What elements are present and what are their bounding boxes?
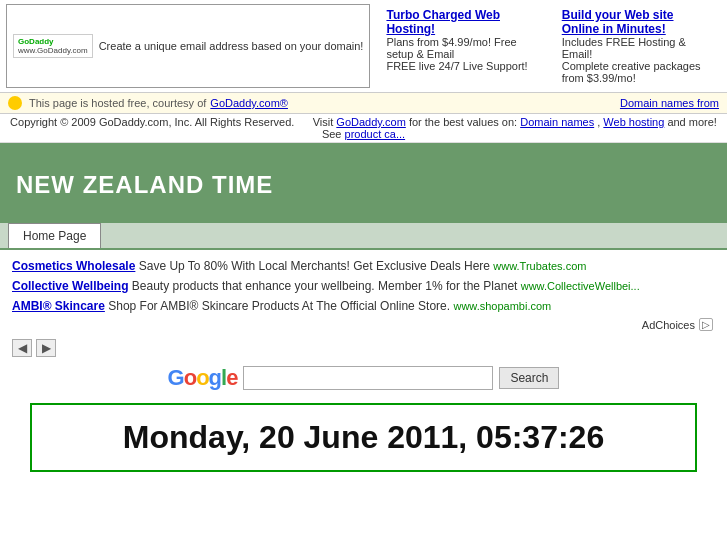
banner-middle-line1: Plans from $4.99/mo! Free setup & Email (386, 36, 529, 60)
site-header: NEW ZEALAND TIME (0, 143, 727, 223)
ads-section: Cosmetics Wholesale Save Up To 80% With … (12, 258, 715, 331)
adchoices-icon: ▷ (699, 318, 713, 331)
ad-url-2: www.shopambi.com (453, 300, 551, 312)
godaddy-link[interactable]: GoDaddy.com® (210, 97, 288, 109)
time-display: Monday, 20 June 2011, 05:37:26 (30, 403, 698, 472)
ad-desc-1: Beauty products that enhance your wellbe… (132, 279, 521, 293)
nav-forward-button[interactable]: ▶ (36, 339, 56, 357)
visit-middle-text: for the best values on: (409, 116, 520, 128)
web-hosting-link[interactable]: Web hosting (603, 116, 664, 128)
hosted-icon (8, 96, 22, 110)
visit-bar: Copyright © 2009 GoDaddy.com, Inc. All R… (0, 114, 727, 143)
godaddy-logo-line1: GoDaddy (18, 37, 88, 46)
nav-tabs: Home Page (0, 223, 727, 250)
hosted-bar-left: This page is hosted free, courtesy of Go… (8, 96, 288, 110)
google-search-area: Google Search (12, 365, 715, 391)
godaddy-promo-text: Create a unique email address based on y… (99, 40, 364, 52)
godaddy-box: GoDaddy www.GoDaddy.com Create a unique … (6, 4, 370, 88)
google-letter-e: e (226, 365, 237, 390)
ad-title-2[interactable]: AMBI® Skincare (12, 299, 105, 313)
domain-names-visit-link[interactable]: Domain names (520, 116, 594, 128)
hosted-bar: This page is hosted free, courtesy of Go… (0, 93, 727, 114)
adchoices-label: AdChoices (642, 319, 695, 331)
search-input[interactable] (243, 366, 493, 390)
google-letter-o1: o (184, 365, 196, 390)
banner-right: Build your Web site Online in Minutes! I… (546, 4, 721, 88)
site-title: NEW ZEALAND TIME (16, 171, 273, 199)
ad-desc-0: Save Up To 80% With Local Merchants! Get… (139, 259, 494, 273)
product-link[interactable]: product ca... (345, 128, 406, 140)
search-button[interactable]: Search (499, 367, 559, 389)
ad-url-1: www.CollectiveWellbei... (521, 280, 640, 292)
ad-url-0: www.Trubates.com (493, 260, 586, 272)
google-letter-g1: G (168, 365, 184, 390)
turbo-hosting-link[interactable]: Turbo Charged Web Hosting! (386, 8, 500, 36)
ad-row-1: Collective Wellbeing Beauty products tha… (12, 278, 715, 295)
adchoices-row: AdChoices ▷ (12, 318, 715, 331)
tab-home-page[interactable]: Home Page (8, 223, 101, 248)
nav-arrows-row: ◀ ▶ (12, 339, 715, 357)
banner-right-line2: Complete creative packages from $3.99/mo… (562, 60, 705, 84)
nav-back-button[interactable]: ◀ (12, 339, 32, 357)
google-letter-g2: g (209, 365, 221, 390)
godaddy-logo-line2: www.GoDaddy.com (18, 46, 88, 55)
ad-row-2: AMBI® Skincare Shop For AMBI® Skincare P… (12, 298, 715, 315)
top-banner: GoDaddy www.GoDaddy.com Create a unique … (0, 0, 727, 93)
google-logo: Google (168, 365, 238, 391)
visit-godaddy-link[interactable]: GoDaddy.com (336, 116, 406, 128)
copyright-text: Copyright © 2009 GoDaddy.com, Inc. All R… (10, 116, 294, 128)
google-letter-o2: o (196, 365, 208, 390)
ad-title-0[interactable]: Cosmetics Wholesale (12, 259, 135, 273)
banner-middle-line2: FREE live 24/7 Live Support! (386, 60, 529, 72)
banner-right-line1: Includes FREE Hosting & Email! (562, 36, 705, 60)
ad-title-1[interactable]: Collective Wellbeing (12, 279, 128, 293)
content-area: Cosmetics Wholesale Save Up To 80% With … (0, 250, 727, 480)
hosted-text: This page is hosted free, courtesy of (29, 97, 206, 109)
domain-names-right: Domain names from (620, 97, 719, 109)
ad-desc-2: Shop For AMBI® Skincare Products At The … (108, 299, 453, 313)
banner-middle: Turbo Charged Web Hosting! Plans from $4… (370, 4, 545, 88)
build-website-link[interactable]: Build your Web site Online in Minutes! (562, 8, 674, 36)
ad-row-0: Cosmetics Wholesale Save Up To 80% With … (12, 258, 715, 275)
godaddy-logo: GoDaddy www.GoDaddy.com (13, 34, 93, 58)
visit-text: Visit (313, 116, 337, 128)
domain-names-link[interactable]: Domain names from (620, 97, 719, 109)
